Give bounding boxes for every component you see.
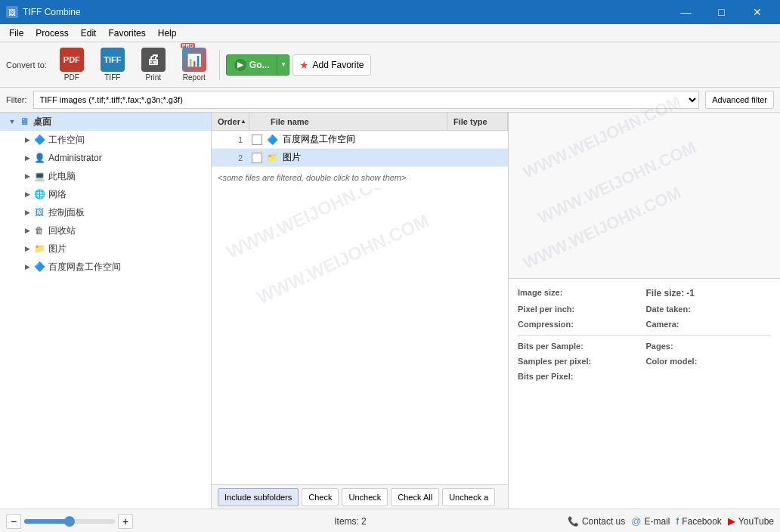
contact-icon: 📞 <box>568 516 579 527</box>
expand-icon[interactable]: ▶ <box>21 206 33 218</box>
close-button[interactable]: ✕ <box>740 0 774 24</box>
add-favorite-button[interactable]: ★ Add Favorite <box>292 54 370 76</box>
contact-label: Contact us <box>582 516 625 527</box>
folder-blue-icon: 🔷 <box>33 134 45 146</box>
column-name[interactable]: File name <box>265 113 447 130</box>
bits-per-pixel-label: Bits per Pixel: <box>518 372 643 381</box>
tree-item-computer[interactable]: ▶ 💻 此电脑 <box>0 167 211 185</box>
go-main[interactable]: ▶ Go... <box>227 59 277 71</box>
tree-item-pictures[interactable]: ▶ 📁 图片 <box>0 240 211 258</box>
expand-icon[interactable]: ▼ <box>6 116 18 128</box>
uncheck-button[interactable]: Uncheck <box>342 488 388 506</box>
filter-select[interactable]: TIFF images (*.tif;*.tiff;*.fax;*.g3n;*.… <box>33 91 700 109</box>
tree-label: 控制面板 <box>48 206 85 219</box>
youtube-link[interactable]: ▶ YouTube <box>728 515 774 527</box>
tree-item-controlpanel[interactable]: ▶ 🖼 控制面板 <box>0 203 211 221</box>
expand-icon[interactable]: ▶ <box>21 243 33 255</box>
computer-icon: 💻 <box>33 170 45 182</box>
filter-label: Filter: <box>6 95 27 104</box>
add-fav-label: Add Favorite <box>312 60 364 70</box>
file-order: 1 <box>212 135 249 144</box>
image-size-prop: Image size: <box>518 288 643 298</box>
pixel-per-inch-label: Pixel per inch: <box>518 305 643 314</box>
expand-icon[interactable]: ▶ <box>21 134 33 146</box>
zoom-slider[interactable] <box>24 519 115 524</box>
statusbar: − + Items: 2 📞 Contact us @ E-mail f Fac… <box>0 509 780 532</box>
menu-favorites[interactable]: Favorites <box>102 24 151 42</box>
menu-file[interactable]: File <box>3 24 29 42</box>
contact-link[interactable]: 📞 Contact us <box>568 516 625 527</box>
file-panel: Order File name File type 1 🔷 百度网盘工作空间 2… <box>212 113 508 509</box>
expand-icon[interactable]: ▶ <box>21 224 33 237</box>
menu-edit[interactable]: Edit <box>75 24 103 42</box>
bits-per-sample-label: Bits per Sample: <box>518 342 643 351</box>
file-checkbox[interactable] <box>249 135 265 145</box>
check-all-button[interactable]: Check All <box>391 488 439 506</box>
titlebar: 🖼 TIFF Combine — □ ✕ <box>0 0 780 24</box>
expand-icon[interactable]: ▶ <box>21 188 33 200</box>
tree-label: 回收站 <box>48 224 76 237</box>
menu-process[interactable]: Process <box>29 24 74 42</box>
pdf-icon: PDF <box>60 48 84 72</box>
check-button[interactable]: Check <box>302 488 339 506</box>
expand-icon[interactable]: ▶ <box>21 170 33 182</box>
file-row[interactable]: 1 🔷 百度网盘工作空间 <box>212 131 508 149</box>
tree-item-workspace[interactable]: ▶ 🔷 工作空间 <box>0 131 211 149</box>
tiff-button[interactable]: TIFF TIFF <box>94 45 132 85</box>
tiff-label: TIFF <box>104 73 120 82</box>
column-type[interactable]: File type <box>447 113 508 130</box>
uncheck-all-button[interactable]: Uncheck a <box>442 488 495 506</box>
minimize-button[interactable]: — <box>669 0 703 24</box>
tree-item-trash[interactable]: ▶ 🗑 回收站 <box>0 221 211 240</box>
tree-label: Administrator <box>48 153 102 163</box>
expand-icon[interactable]: ▶ <box>21 261 33 273</box>
maximize-button[interactable]: □ <box>704 0 738 24</box>
advanced-filter-button[interactable]: Advanced filter <box>705 91 774 109</box>
zoom-out-button[interactable]: − <box>6 514 21 529</box>
zoom-in-button[interactable]: + <box>118 514 133 529</box>
toolbar: Convert to: PDF PDF TIFF TIFF 🖨 Print PR… <box>0 42 780 88</box>
facebook-link[interactable]: f Facebook <box>676 515 722 527</box>
tree-label: 桌面 <box>33 116 51 128</box>
admin-icon: 👤 <box>33 152 45 164</box>
pdf-label: PDF <box>64 73 79 82</box>
print-button[interactable]: 🖨 Print <box>135 45 172 85</box>
tree-item-administrator[interactable]: ▶ 👤 Administrator <box>0 149 211 167</box>
report-label: Report <box>183 73 206 82</box>
file-name: 图片 <box>280 151 447 164</box>
email-link[interactable]: @ E-mail <box>631 515 670 527</box>
date-taken-label: Date taken: <box>646 305 772 314</box>
expand-icon[interactable]: ▶ <box>21 152 33 164</box>
network-icon: 🌐 <box>33 188 45 200</box>
color-model-label: Color model: <box>646 357 772 366</box>
file-row[interactable]: 2 📁 图片 <box>212 149 508 167</box>
go-icon: ▶ <box>234 59 246 71</box>
go-dropdown-arrow[interactable]: ▼ <box>277 55 289 75</box>
include-subfolders-button[interactable]: Include subfolders <box>218 488 299 506</box>
report-icon: PRO 📊 <box>182 48 206 72</box>
print-label: Print <box>146 73 162 82</box>
file-size-label: File size: -1 <box>646 288 772 298</box>
tree-label: 此电脑 <box>48 170 76 183</box>
tree-item-desktop[interactable]: ▼ 🖥 桌面 <box>0 113 211 131</box>
pdf-button[interactable]: PDF PDF <box>53 45 91 85</box>
tree-label: 图片 <box>48 243 67 255</box>
tree-item-baidu[interactable]: ▶ 🔷 百度网盘工作空间 <box>0 258 211 276</box>
pages-prop: Pages: <box>646 342 772 351</box>
facebook-icon: f <box>676 515 679 527</box>
go-button[interactable]: ▶ Go... ▼ <box>226 54 290 76</box>
column-order[interactable]: Order <box>212 113 249 130</box>
desktop-icon: 🖥 <box>18 116 30 128</box>
zoom-controls: − + <box>6 514 133 529</box>
tree-item-network[interactable]: ▶ 🌐 网络 <box>0 185 211 203</box>
file-order: 2 <box>212 153 249 162</box>
tree-panel: ▼ 🖥 桌面 ▶ 🔷 工作空间 ▶ 👤 Administrator ▶ 💻 此电… <box>0 113 212 509</box>
menu-help[interactable]: Help <box>152 24 183 42</box>
file-bottom-bar: Include subfolders Check Uncheck Check A… <box>212 484 508 509</box>
file-checkbox[interactable] <box>249 153 265 163</box>
app-title: TIFF Combine <box>23 7 669 17</box>
report-button[interactable]: PRO 📊 Report <box>175 45 213 85</box>
samples-per-pixel-label: Samples per pixel: <box>518 357 643 366</box>
props-grid-2: Bits per Sample: Pages: Samples per pixe… <box>518 342 771 381</box>
file-type-icon: 🔷 <box>265 135 280 145</box>
